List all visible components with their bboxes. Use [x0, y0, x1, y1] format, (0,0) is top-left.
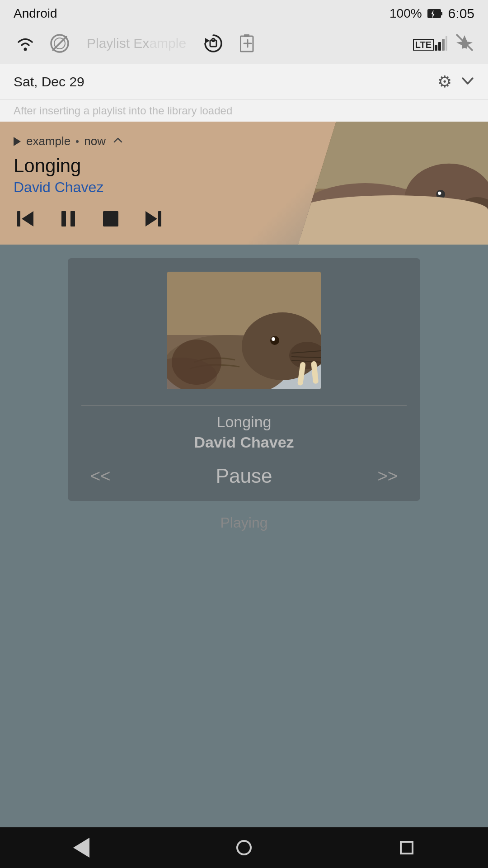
svg-rect-1: [441, 12, 442, 15]
lte-signal-icon: LTE: [413, 36, 447, 51]
svg-rect-18: [446, 36, 447, 51]
notification-ghost-title: Playlist Example: [87, 36, 186, 51]
nav-recents-button[interactable]: [389, 830, 425, 866]
svg-marker-35: [145, 211, 157, 226]
player-prev-button[interactable]: <<: [90, 467, 110, 486]
player-track-title: Longing: [216, 413, 271, 431]
recents-icon: [400, 841, 413, 854]
svg-rect-36: [158, 211, 161, 226]
date-display: Sat, Dec 29: [14, 74, 84, 90]
svg-rect-15: [435, 45, 437, 51]
svg-rect-30: [17, 211, 20, 226]
skip-next-button[interactable]: [141, 207, 165, 231]
svg-point-49: [272, 337, 275, 341]
ghost-notification-text: After inserting a playlist into the libr…: [14, 104, 232, 117]
svg-point-48: [270, 336, 279, 345]
media-content: example now Longing David Chavez: [14, 134, 474, 231]
battery-percent: 100%: [389, 6, 422, 21]
notification-track-title: Longing: [14, 156, 474, 176]
player-track-artist: David Chavez: [194, 434, 294, 451]
svg-rect-34: [103, 211, 118, 226]
player-pause-button[interactable]: Pause: [216, 465, 272, 487]
main-content: Longing David Chavez << Pause >> Playing: [0, 245, 488, 531]
notification-area: Playlist Example LTE: [0, 27, 488, 64]
chevron-up-icon[interactable]: [113, 135, 123, 145]
pause-button[interactable]: [56, 207, 80, 231]
svg-rect-33: [70, 211, 75, 226]
media-header: example now: [14, 134, 474, 148]
player-card: Longing David Chavez << Pause >>: [68, 258, 420, 501]
settings-icon[interactable]: ⚙: [437, 72, 452, 91]
notification-track-artist: David Chavez: [14, 179, 474, 196]
nav-back-button[interactable]: [63, 830, 99, 866]
os-label: Android: [14, 6, 57, 21]
album-art-svg: [167, 272, 321, 389]
status-bar-right: 100% 6:05: [389, 6, 474, 21]
stop-button[interactable]: [99, 207, 123, 231]
player-status: Playing: [221, 514, 268, 531]
wifi-icon[interactable]: [14, 32, 37, 55]
media-app-name: example now: [26, 134, 123, 148]
svg-rect-16: [438, 42, 441, 51]
status-bar: Android 100% 6:05: [0, 0, 488, 27]
album-art: [167, 272, 321, 389]
right-quick-icons: LTE: [413, 33, 474, 54]
rotation-lock-icon[interactable]: [202, 32, 225, 55]
home-icon: [236, 840, 252, 855]
battery-saver-icon[interactable]: [236, 32, 259, 55]
divider: [81, 406, 407, 406]
svg-point-4: [24, 48, 27, 51]
time-display: 6:05: [448, 6, 474, 21]
notification-controls: [14, 207, 474, 231]
svg-point-51: [172, 340, 221, 385]
date-bar-actions: ⚙: [437, 72, 474, 91]
quick-icons: Playlist Example: [14, 32, 259, 55]
svg-rect-17: [442, 39, 445, 51]
svg-rect-27: [480, 212, 487, 234]
bottom-nav: [0, 827, 488, 868]
skip-previous-button[interactable]: [14, 207, 38, 231]
svg-marker-31: [22, 211, 33, 226]
ghost-notification-area: After inserting a playlist into the libr…: [0, 100, 488, 122]
collapse-chevron-icon[interactable]: [461, 76, 474, 87]
svg-rect-12: [244, 34, 249, 37]
nav-home-button[interactable]: [226, 830, 262, 866]
dot-separator: [76, 140, 79, 143]
battery-icon: [427, 8, 443, 19]
playing-indicator-icon: [14, 137, 21, 146]
svg-marker-8: [205, 38, 210, 43]
back-icon: [73, 838, 89, 858]
do-not-disturb-icon[interactable]: [48, 32, 71, 55]
date-bar: Sat, Dec 29 ⚙: [0, 64, 488, 100]
airplane-mode-icon[interactable]: [455, 33, 474, 54]
svg-rect-32: [61, 211, 66, 226]
media-notification-card: example now Longing David Chavez: [0, 122, 488, 245]
player-next-button[interactable]: >>: [378, 467, 398, 486]
svg-rect-2: [428, 10, 441, 17]
player-buttons: << Pause >>: [81, 465, 407, 487]
